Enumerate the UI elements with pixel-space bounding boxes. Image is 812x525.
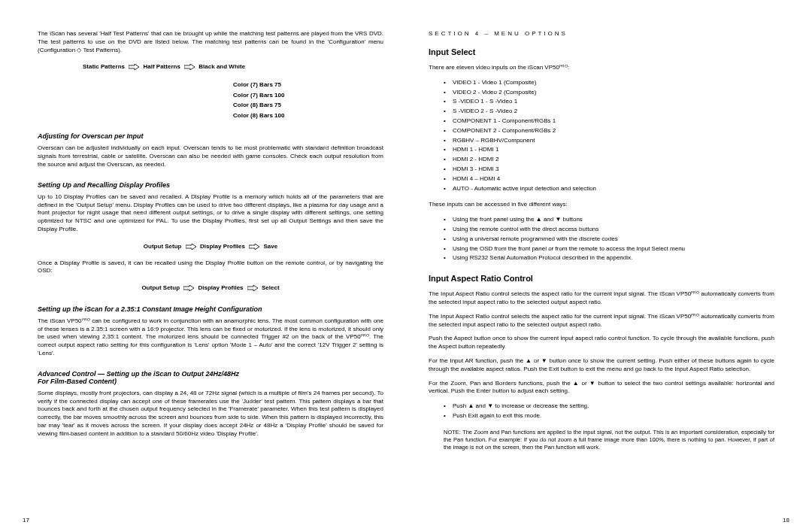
para-profiles: Up to 10 Display Profiles can be saved a… <box>38 193 383 234</box>
para-profiles2: Once a Display Profile is saved, it can … <box>38 259 383 276</box>
page-right: SECTION 4 – MENU OPTIONS Input Select Th… <box>406 30 789 510</box>
access-list: Using the front panel using the ▲ and ▼ … <box>429 215 774 263</box>
para-235: The iScan VP50ᴾᴿᴼ can be configured to w… <box>38 317 383 358</box>
nav-path-1: Static Patterns Half Patterns Black and … <box>83 62 383 72</box>
heading-profiles: Setting Up and Recalling Display Profile… <box>38 181 383 189</box>
para-input: There are eleven video inputs on the iSc… <box>429 64 774 72</box>
nav-path-3: Output Setup Display Profiles Select <box>38 283 383 293</box>
para-aspect2: The Input Aspect Ratio control selects t… <box>429 313 774 329</box>
para-adv: Some displays, mostly front projectors, … <box>38 390 383 439</box>
heading-adv: Advanced Control — Setting up the iScan … <box>38 370 383 385</box>
heading-input-select: Input Select <box>429 47 774 56</box>
para-overscan: Overscan can be adjusted individually on… <box>38 144 383 168</box>
note-box: NOTE: The Zoom and Pan functions are app… <box>429 429 774 451</box>
input-list: VIDEO 1 - Video 1 (Composite) VIDEO 2 - … <box>429 78 774 194</box>
intro-text: The iScan has several 'Half Test Pattern… <box>38 30 383 54</box>
para-aspect4: For the Input AR function, push the ▲ or… <box>429 357 774 374</box>
page-number: 17 <box>23 517 29 523</box>
para-aspect3: Push the Aspect button once to show the … <box>429 335 774 351</box>
page-left: The iScan has several 'Half Test Pattern… <box>23 30 406 510</box>
arrow-icon <box>183 283 194 293</box>
page-number: 18 <box>783 517 789 523</box>
pattern-list: Color (7) Bars 75 Color (7) Bars 100 Col… <box>233 80 383 120</box>
nav-path-2: Output Setup Display Profiles Save <box>38 241 383 252</box>
para-aspect5: For the Zoom, Pan and Borders functions,… <box>429 380 774 396</box>
para-aspect1: The Input Aspect Ratio control selects t… <box>429 290 774 307</box>
arrow-icon <box>186 241 196 252</box>
arrow-icon <box>184 62 195 72</box>
heading-aspect: Input Aspect Ratio Control <box>429 274 774 283</box>
para-access: These inputs can be accessed in five dif… <box>429 201 774 209</box>
arrow-icon <box>249 241 259 252</box>
section-header: SECTION 4 – MENU OPTIONS <box>429 30 774 37</box>
heading-235: Setting up the iScan for a 2.35:1 Consta… <box>38 305 383 313</box>
heading-overscan: Adjusting for Overscan per Input <box>38 132 383 140</box>
arrow-icon <box>129 62 139 72</box>
arrow-icon <box>247 283 258 293</box>
controls-list: Push ▲ and ▼ to increase or decrease the… <box>429 402 774 421</box>
